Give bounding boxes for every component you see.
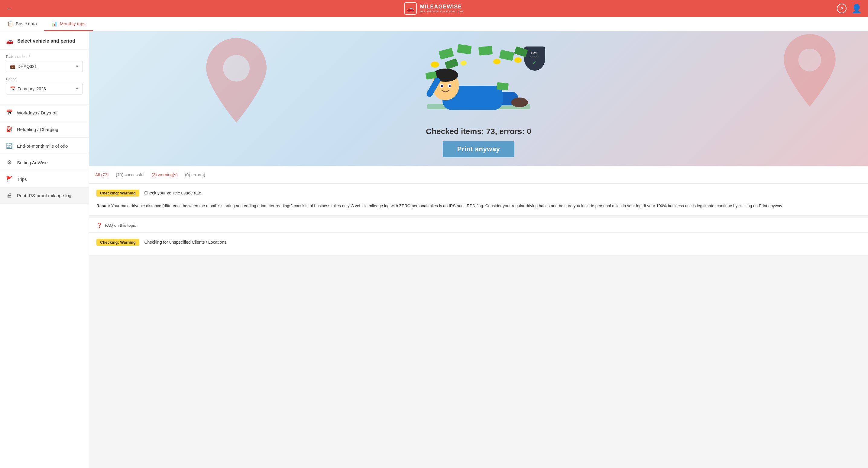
basic-data-icon: 📋 [7, 21, 13, 27]
svg-rect-5 [499, 50, 514, 61]
result-label-0: Result: [96, 203, 110, 208]
svg-point-20 [441, 85, 443, 87]
svg-rect-4 [478, 46, 492, 56]
svg-point-14 [511, 98, 528, 107]
period-group: Period 📅 February, 2023 ▼ [0, 72, 89, 99]
warning-badge-1: Checking: Warning [96, 239, 139, 246]
sidebar-item-end-of-month-label: End-of-month mile of odo [17, 143, 68, 148]
sidebar-item-adwise-label: Setting AdWise [17, 160, 48, 165]
briefcase-icon: 💼 [10, 64, 15, 69]
result-text-0: Your max. drivable distance (difference … [111, 203, 783, 208]
sidebar-item-workdays-label: Workdays / Days-off [17, 110, 58, 115]
warning-title-1: Checking for unspecified Clients / Locat… [144, 240, 226, 244]
warning-badge-0: Checking: Warning [96, 190, 139, 197]
svg-point-9 [515, 57, 522, 63]
hero-illustration: IRS PROOF ✓ [403, 43, 554, 122]
sidebar-nav: 📅 Workdays / Days-off ⛽ Refueling / Char… [0, 104, 89, 204]
print-anyway-button[interactable]: Print anyway [443, 141, 515, 157]
plate-label: Plate number * [6, 55, 83, 59]
filter-tab-all[interactable]: All (73) [95, 171, 108, 178]
location-pin-left-svg [206, 38, 267, 123]
svg-point-0 [223, 55, 250, 81]
workdays-icon: 📅 [6, 109, 13, 116]
back-button[interactable]: ← [6, 5, 12, 12]
sidebar-item-adwise[interactable]: ⚙ Setting AdWise [0, 154, 89, 171]
sidebar-section-header: 🚗 Select vehicle and period [0, 31, 89, 50]
filter-tab-successful[interactable]: (70) successful [116, 171, 144, 178]
sidebar-item-trips-label: Trips [17, 177, 27, 182]
tab-monthly-trips-label: Monthly trips [60, 21, 86, 26]
svg-point-8 [431, 62, 439, 68]
svg-point-21 [449, 85, 451, 87]
warning-card-0-header: Checking: Warning Check your vehicle usa… [96, 190, 861, 200]
svg-point-10 [461, 61, 467, 66]
sidebar-item-refueling-label: Refueling / Charging [17, 127, 58, 132]
faq-link-0[interactable]: ❓ FAQ on this topic [89, 218, 868, 233]
warning-card-1-header: Checking: Warning Checking for unspecifi… [96, 239, 861, 249]
sidebar-item-workdays[interactable]: 📅 Workdays / Days-off [0, 104, 89, 121]
period-label: Period [6, 77, 83, 81]
vehicle-icon: 🚗 [6, 37, 13, 45]
main-layout: 🚗 Select vehicle and period Plate number… [0, 31, 868, 468]
monthly-trips-icon: 📊 [51, 21, 57, 27]
logo-text-block: MILEAGEWISE IRS-PROOF MILEAGE LOG [420, 4, 464, 13]
warning-result-0: Result: Your max. drivable distance (dif… [96, 203, 861, 209]
svg-rect-2 [438, 48, 454, 60]
refueling-icon: ⛽ [6, 126, 13, 133]
tab-monthly-trips[interactable]: 📊 Monthly trips [44, 17, 93, 31]
location-pin-right-svg [782, 34, 837, 107]
period-select[interactable]: 📅 February, 2023 ▼ [6, 83, 83, 95]
car-icon: 🚗 [407, 5, 414, 12]
sidebar: 🚗 Select vehicle and period Plate number… [0, 31, 89, 468]
logo-box: 🚗 [404, 2, 417, 15]
character-illustration [403, 43, 554, 122]
tab-basic-data[interactable]: 📋 Basic data [0, 17, 44, 31]
tab-basic-data-label: Basic data [16, 21, 37, 26]
settings-icon: ⚙ [6, 159, 13, 166]
svg-point-1 [798, 48, 821, 71]
print-icon: 🖨 [6, 192, 13, 199]
filter-tab-warnings[interactable]: (3) warning(s) [152, 171, 178, 178]
filter-tab-errors[interactable]: (0) error(s) [185, 171, 205, 178]
hero-stats: Checked items: 73, errors: 0 [426, 127, 531, 136]
sidebar-item-refueling[interactable]: ⛽ Refueling / Charging [0, 121, 89, 138]
logo-subtitle: IRS-PROOF MILEAGE LOG [420, 10, 464, 13]
period-value: February, 2023 [18, 86, 46, 91]
svg-rect-6 [444, 58, 459, 69]
warning-title-0: Check your vehicle usage rate [144, 191, 201, 195]
odometer-icon: 🔄 [6, 142, 13, 149]
app-header: ← 🚗 MILEAGEWISE IRS-PROOF MILEAGE LOG ? … [0, 0, 868, 17]
sidebar-item-print-label: Print IRS-proof mileage log [17, 193, 71, 198]
plate-value: DHAQ321 [18, 64, 37, 69]
flag-icon: 🚩 [6, 176, 13, 182]
warning-card-1: Checking: Warning Checking for unspecifi… [89, 233, 868, 256]
svg-rect-3 [457, 44, 471, 54]
sidebar-item-print-log[interactable]: 🖨 Print IRS-proof mileage log [0, 188, 89, 204]
period-chevron-icon: ▼ [75, 87, 79, 91]
plate-select[interactable]: 💼 DHAQ321 ▼ [6, 61, 83, 72]
app-logo: 🚗 MILEAGEWISE IRS-PROOF MILEAGE LOG [404, 2, 464, 15]
header-right-icons: ? 👤 [837, 4, 862, 13]
svg-rect-7 [514, 46, 528, 57]
hero-section: IRS PROOF ✓ [89, 31, 868, 166]
calendar-icon: 📅 [10, 86, 15, 91]
sidebar-item-trips[interactable]: 🚩 Trips [0, 171, 89, 188]
sidebar-item-end-of-month[interactable]: 🔄 End-of-month mile of odo [0, 138, 89, 154]
plate-number-group: Plate number * 💼 DHAQ321 ▼ [0, 50, 89, 72]
help-icon[interactable]: ? [837, 4, 846, 13]
faq-link-label-0: FAQ on this topic [105, 223, 136, 228]
svg-rect-25 [497, 82, 509, 90]
main-content: IRS PROOF ✓ [89, 31, 868, 468]
filter-tabs: All (73) (70) successful (3) warning(s) … [89, 166, 868, 183]
warning-card-0: Checking: Warning Check your vehicle usa… [89, 183, 868, 215]
user-icon[interactable]: 👤 [851, 4, 862, 13]
logo-title: MILEAGEWISE [420, 4, 464, 10]
chevron-down-icon: ▼ [75, 64, 79, 69]
sidebar-section-title: Select vehicle and period [17, 38, 75, 44]
faq-question-icon: ❓ [96, 223, 102, 228]
svg-point-11 [493, 59, 500, 64]
tab-bar: 📋 Basic data 📊 Monthly trips [0, 17, 868, 31]
